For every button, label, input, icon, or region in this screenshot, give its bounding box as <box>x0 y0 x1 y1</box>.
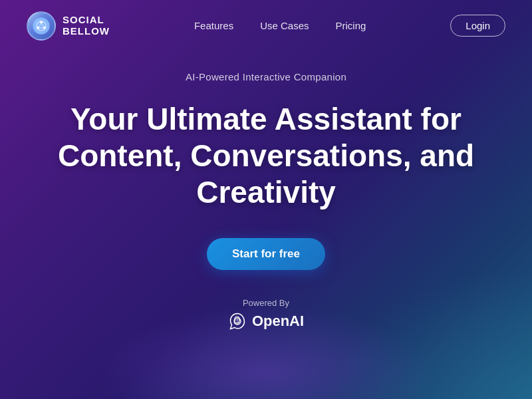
logo-line1: SOCIAL <box>63 15 110 26</box>
nav-item-features[interactable]: Features <box>194 20 233 32</box>
cta-button[interactable]: Start for free <box>207 238 325 270</box>
svg-point-0 <box>33 17 49 34</box>
openai-label: OpenAI <box>252 313 304 330</box>
hero-headline: Your Ultimate Assistant for Content, Con… <box>40 101 492 211</box>
openai-logo-icon <box>228 312 247 331</box>
logo-svg <box>32 17 51 35</box>
login-button[interactable]: Login <box>450 15 505 37</box>
nav-item-use-cases[interactable]: Use Cases <box>260 20 309 32</box>
nav-link-features[interactable]: Features <box>194 20 233 31</box>
logo[interactable]: SOCIAL BELLOW <box>27 11 110 41</box>
openai-branding: OpenAI <box>228 312 304 331</box>
logo-icon <box>27 11 56 41</box>
powered-by-section: Powered By OpenAI <box>228 298 304 331</box>
nav-links: Features Use Cases Pricing <box>194 20 366 32</box>
navbar: SOCIAL BELLOW Features Use Cases Pricing… <box>0 0 532 51</box>
nav-link-pricing[interactable]: Pricing <box>336 20 366 31</box>
logo-text: SOCIAL BELLOW <box>63 15 110 37</box>
nav-link-use-cases[interactable]: Use Cases <box>260 20 309 31</box>
logo-line2: BELLOW <box>63 26 110 37</box>
hero-subtitle: AI-Powered Interactive Companion <box>186 71 346 82</box>
powered-label: Powered By <box>243 298 289 308</box>
hero-section: AI-Powered Interactive Companion Your Ul… <box>0 51 532 331</box>
nav-item-pricing[interactable]: Pricing <box>336 20 366 32</box>
svg-point-2 <box>40 21 43 23</box>
